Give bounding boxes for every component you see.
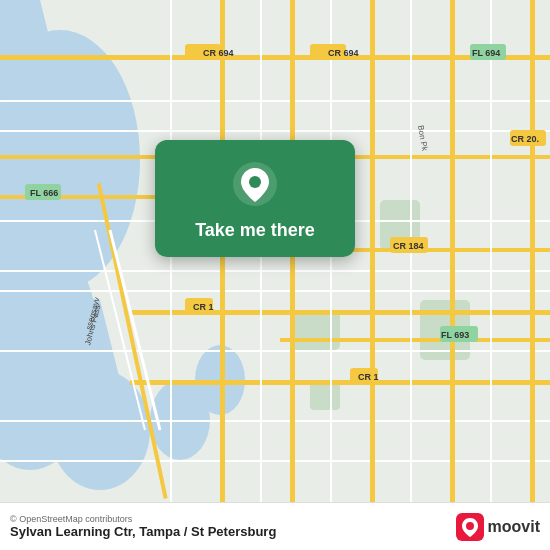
svg-rect-23 xyxy=(0,270,550,272)
bottom-bar: © OpenStreetMap contributors Sylvan Lear… xyxy=(0,502,550,550)
svg-rect-31 xyxy=(370,0,375,502)
moovit-brand-icon xyxy=(456,513,484,541)
svg-point-63 xyxy=(249,176,261,188)
svg-text:CR 1: CR 1 xyxy=(358,372,379,382)
location-pin-icon xyxy=(231,160,279,208)
svg-rect-20 xyxy=(0,100,550,102)
svg-rect-8 xyxy=(290,310,340,350)
svg-rect-27 xyxy=(0,460,550,462)
svg-text:FL 694: FL 694 xyxy=(472,48,500,58)
svg-rect-19 xyxy=(280,338,550,342)
svg-text:FL 666: FL 666 xyxy=(30,188,58,198)
svg-rect-18 xyxy=(130,380,550,385)
svg-point-65 xyxy=(466,522,474,530)
svg-rect-25 xyxy=(0,350,550,352)
location-name: Sylvan Learning Ctr, Tampa / St Petersbu… xyxy=(10,524,276,539)
svg-text:FL 693: FL 693 xyxy=(441,330,469,340)
svg-rect-13 xyxy=(370,55,550,60)
moovit-text: moovit xyxy=(488,518,540,536)
svg-rect-24 xyxy=(0,290,550,292)
svg-text:CR 1: CR 1 xyxy=(193,302,214,312)
svg-rect-26 xyxy=(0,420,550,422)
location-card[interactable]: Take me there xyxy=(155,140,355,257)
svg-text:CR 694: CR 694 xyxy=(328,48,359,58)
bottom-left: © OpenStreetMap contributors Sylvan Lear… xyxy=(10,514,276,539)
svg-rect-33 xyxy=(530,0,535,502)
svg-rect-21 xyxy=(0,130,550,132)
svg-rect-38 xyxy=(490,0,492,502)
map-container: CR 694 CR 694 FL 694 FL 666 CR 20. CR 18… xyxy=(0,0,550,550)
svg-text:CR 184: CR 184 xyxy=(393,241,424,251)
take-me-there-button[interactable]: Take me there xyxy=(195,220,315,241)
svg-rect-32 xyxy=(450,0,455,502)
svg-text:CR 694: CR 694 xyxy=(203,48,234,58)
moovit-logo[interactable]: moovit xyxy=(456,513,540,541)
copyright-text: © OpenStreetMap contributors xyxy=(10,514,276,524)
svg-text:CR 20.: CR 20. xyxy=(511,134,539,144)
